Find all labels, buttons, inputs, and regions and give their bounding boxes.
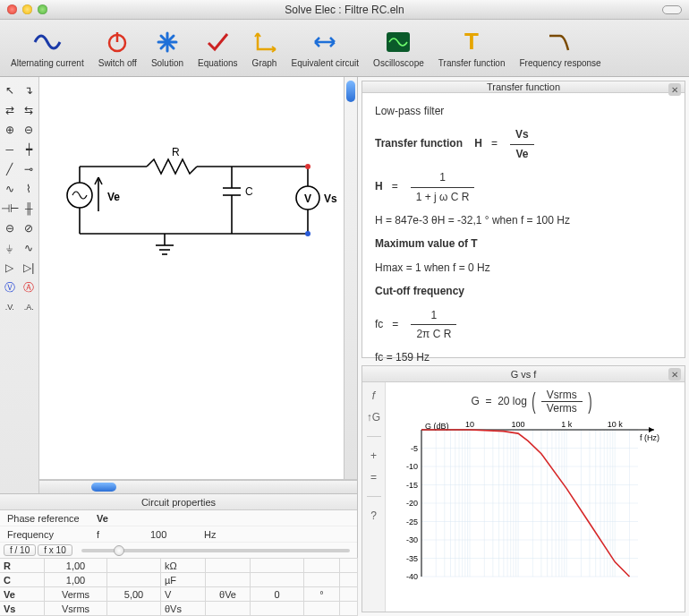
resistor-icon[interactable]: ∿ — [0, 179, 20, 199]
circuit-properties-title: Circuit properties — [0, 494, 357, 510]
table-cell[interactable]: Vsrms — [44, 601, 107, 616]
switch-closed-icon[interactable]: ⊸ — [20, 159, 39, 179]
table-cell[interactable] — [303, 558, 340, 573]
frequency-value[interactable]: 100 — [147, 529, 200, 540]
svg-point-27 — [305, 231, 310, 236]
table-cell[interactable] — [106, 558, 161, 573]
component-table: R1,00kΩC1,00µFVeVerms5,00VθVe0°VsVsrmsθV… — [0, 559, 357, 616]
equivalent-circuit-button[interactable]: Equivalent circuit — [285, 26, 367, 70]
frequency-symbol: f — [93, 529, 147, 540]
node-icon[interactable]: ─ — [0, 140, 20, 159]
double-arrow-icon — [311, 28, 338, 56]
svg-text:-25: -25 — [406, 518, 418, 526]
canvas-vertical-scrollbar[interactable] — [344, 77, 357, 479]
table-cell[interactable]: θVe — [205, 586, 251, 602]
close-graph-panel-button[interactable]: ✕ — [668, 368, 681, 381]
table-cell[interactable] — [339, 586, 358, 602]
table-cell[interactable] — [339, 558, 358, 573]
probe-v-icon[interactable]: .V. — [0, 297, 20, 317]
table-cell[interactable] — [339, 601, 358, 616]
canvas-horizontal-scrollbar[interactable] — [39, 480, 357, 493]
table-cell[interactable]: ° — [303, 586, 340, 602]
table-cell[interactable]: kΩ — [160, 558, 206, 573]
graph-eq-button[interactable]: = — [370, 471, 377, 483]
pointer-tool-icon[interactable]: ↖ — [0, 81, 20, 100]
freq-div10-button[interactable]: f / 10 — [4, 544, 36, 556]
window-titlebar: Solve Elec : Filtre RC.eln — [0, 0, 689, 20]
table-cell[interactable] — [339, 572, 358, 587]
battery-icon[interactable]: ╫ — [20, 199, 39, 218]
graph-f-button[interactable]: f — [372, 389, 375, 402]
table-cell[interactable]: 1,00 — [44, 558, 107, 573]
close-transfer-panel-button[interactable]: ✕ — [668, 83, 681, 96]
table-cell[interactable] — [106, 601, 161, 616]
solution-button[interactable]: Solution — [144, 26, 191, 70]
capacitor-icon[interactable]: ⊣⊢ — [0, 199, 20, 218]
jog-left-icon[interactable]: ⇆ — [20, 100, 39, 120]
svg-text:C: C — [245, 185, 253, 198]
table-cell[interactable]: Verms — [44, 586, 107, 602]
junction-icon[interactable]: ┿ — [20, 140, 39, 159]
graph-g-button[interactable]: ↑G — [367, 411, 380, 424]
table-cell[interactable]: 5,00 — [106, 586, 161, 602]
frequency-response-button[interactable]: Frequency response — [512, 26, 608, 70]
cutoff-value: fc = 159 Hz — [375, 348, 672, 366]
graph-help-button[interactable]: ? — [370, 509, 377, 522]
inductor-icon[interactable]: ⌇ — [20, 179, 39, 199]
freq-mul10-button[interactable]: f x 10 — [38, 544, 72, 556]
filter-type-label: Low-pass filter — [375, 102, 672, 120]
checkmark-icon — [205, 28, 230, 56]
graph-plus-button[interactable]: + — [370, 449, 377, 462]
bode-plot: -5-10-15-20-25-30-35-40101001 k10 kG (dB… — [389, 419, 667, 589]
table-cell[interactable]: µF — [160, 572, 206, 587]
window-title: Solve Elec : Filtre RC.eln — [0, 4, 689, 16]
svg-text:T: T — [464, 30, 479, 55]
table-cell[interactable] — [250, 572, 304, 587]
vsource-icon[interactable]: ⊖ — [0, 218, 20, 238]
table-cell[interactable] — [250, 558, 304, 573]
table-cell[interactable]: V — [160, 586, 206, 602]
switch-off-button[interactable]: Switch off — [91, 26, 144, 70]
svg-text:100: 100 — [512, 420, 525, 429]
frequency-slider[interactable] — [81, 549, 350, 552]
wire-tool-icon[interactable]: ↴ — [20, 81, 39, 100]
jog-right-icon[interactable]: ⇄ — [0, 100, 20, 120]
switch-open-icon[interactable]: ╱ — [0, 159, 20, 179]
acsource-icon[interactable]: ∿ — [20, 238, 39, 258]
table-cell[interactable]: Vs — [0, 601, 45, 616]
zoom-in-icon[interactable]: ⊕ — [0, 120, 20, 140]
ac-button[interactable]: Alternating current — [4, 26, 91, 70]
table-cell[interactable] — [205, 601, 251, 616]
opamp-icon[interactable]: ▷ — [0, 258, 20, 278]
axes-icon — [252, 28, 277, 56]
table-cell[interactable]: θVs — [160, 601, 206, 616]
toolbar-toggle-pill[interactable] — [662, 5, 682, 14]
graph-formula: G = 20 log (VsrmsVerms) — [389, 388, 676, 415]
ground-icon[interactable]: ⏚ — [0, 238, 20, 258]
table-cell[interactable] — [250, 601, 304, 616]
table-cell[interactable] — [205, 572, 251, 587]
probe-a-icon[interactable]: .A. — [20, 297, 39, 317]
table-cell[interactable] — [106, 572, 161, 587]
table-cell[interactable]: C — [0, 572, 45, 587]
equations-button[interactable]: Equations — [191, 26, 244, 70]
zoom-out-icon[interactable]: ⊖ — [20, 120, 39, 140]
table-cell[interactable] — [303, 601, 340, 616]
transfer-function-button[interactable]: T Transfer function — [431, 26, 513, 70]
transfer-numeric-line: H = 847e-3 θH = -32,1 ° when f = 100 Hz — [375, 211, 672, 229]
oscilloscope-button[interactable]: Oscilloscope — [366, 26, 431, 70]
circuit-properties-panel: Circuit properties Phase reference Ve Fr… — [0, 493, 357, 616]
schematic-canvas[interactable]: R C Ve V Vs — [39, 77, 357, 480]
diode-icon[interactable]: ▷| — [20, 258, 39, 278]
ammeter-icon[interactable]: Ⓐ — [20, 278, 39, 297]
table-cell[interactable]: R — [0, 558, 45, 573]
sine-wave-icon — [32, 28, 63, 56]
table-cell[interactable] — [205, 558, 251, 573]
table-cell[interactable]: 1,00 — [44, 572, 107, 587]
voltmeter-icon[interactable]: Ⓥ — [0, 278, 20, 297]
table-cell[interactable]: 0 — [250, 586, 304, 602]
isource-icon[interactable]: ⊘ — [20, 218, 39, 238]
graph-button[interactable]: Graph — [245, 26, 285, 70]
table-cell[interactable]: Ve — [0, 586, 45, 602]
table-cell[interactable] — [303, 572, 340, 587]
